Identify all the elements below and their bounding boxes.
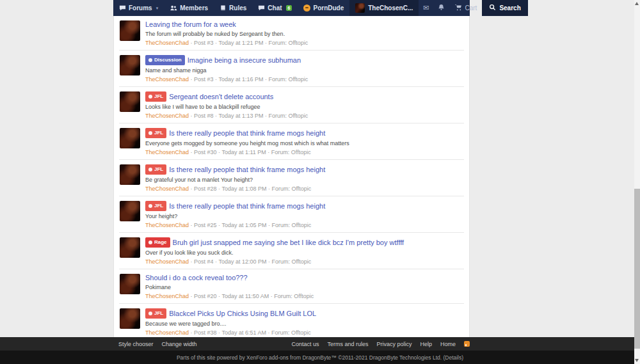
- result-title[interactable]: Imagine being a insecure subhuman: [188, 56, 301, 65]
- nav-item-members[interactable]: Members: [164, 0, 214, 16]
- result-title[interactable]: Is there really people that think frame …: [169, 166, 325, 174]
- result-meta: TheChosenChadPost #4Today at 12:00 PMFor…: [145, 258, 404, 265]
- privacy-link[interactable]: Privacy policy: [376, 341, 412, 347]
- prefix-label: Rage: [154, 238, 167, 246]
- result-title[interactable]: Is there really people that think frame …: [169, 202, 325, 210]
- prefix-label: Discussion: [154, 56, 182, 64]
- help-link[interactable]: Help: [420, 341, 432, 347]
- result-title[interactable]: Should i do a cock reveal too???: [145, 274, 248, 282]
- result-snippet: Over if you look like you suck dick.: [145, 249, 404, 256]
- result-date: Today at 6:51 AM: [217, 329, 266, 336]
- prefix-label: JFL: [154, 165, 163, 173]
- result-author[interactable]: TheChosenChad: [145, 76, 189, 83]
- scrollbar-thumb[interactable]: [634, 189, 640, 349]
- result-author[interactable]: TheChosenChad: [145, 329, 189, 336]
- search-icon: [489, 4, 496, 12]
- result-meta: TheChosenChadPost #38Today at 6:51 AMFor…: [145, 329, 316, 336]
- jfl-icon: [148, 95, 152, 99]
- result-date: Today at 12:00 PM: [214, 258, 267, 265]
- prefix-badge[interactable]: JFL: [145, 164, 166, 175]
- result-post-number: Post #20: [189, 293, 217, 299]
- result-forum: Forum: Offtopic: [263, 40, 308, 46]
- account-menu[interactable]: TheChosenC...: [349, 0, 419, 16]
- result-date: Today at 1:08 PM: [217, 186, 267, 192]
- result-forum: Forum: Offtopic: [266, 222, 311, 228]
- cart-label: Cart: [465, 4, 477, 12]
- result-post-number: Post #25: [189, 222, 217, 228]
- jfl-icon: [148, 204, 152, 208]
- nav-item-porndude[interactable]: PornDude: [298, 0, 349, 16]
- result-title[interactable]: Is there really people that think frame …: [169, 129, 325, 138]
- result-body: JFL Is there really people that think fr…: [145, 128, 349, 155]
- result-body: JFL Sergeant doesn't delete accounts Loo…: [145, 91, 308, 119]
- avatar[interactable]: [120, 128, 140, 148]
- contact-us-link[interactable]: Contact us: [291, 341, 319, 347]
- prefix-badge[interactable]: Discussion: [145, 55, 185, 65]
- cart-button[interactable]: Cart: [449, 0, 482, 16]
- prefix-badge[interactable]: JFL: [145, 201, 166, 211]
- avatar[interactable]: [120, 55, 140, 75]
- nav-item-label: Forums: [129, 4, 152, 12]
- navbar-right: TheChosenC... ✉ Cart Search: [349, 0, 528, 16]
- result-title[interactable]: Blackcel Picks Up Chicks Using BLM Guilt…: [169, 310, 316, 318]
- result-row: JFL Blackcel Picks Up Chicks Using BLM G…: [119, 304, 464, 340]
- cart-icon: [454, 4, 462, 12]
- prefix-label: JFL: [154, 129, 163, 137]
- terms-link[interactable]: Terms and rules: [327, 341, 368, 347]
- rss-icon[interactable]: [464, 341, 470, 347]
- forum-bubble-icon: [119, 4, 126, 12]
- prefix-badge[interactable]: JFL: [145, 91, 166, 102]
- result-snippet: Be grateful your not a manlet Your heigh…: [145, 177, 325, 183]
- prefix-badge[interactable]: Rage: [145, 237, 170, 248]
- result-title[interactable]: Sergeant doesn't delete accounts: [169, 93, 273, 101]
- result-date: Today at 1:05 PM: [217, 222, 267, 228]
- result-snippet: Everyone gets mogged by someone you heig…: [145, 140, 349, 146]
- result-body: Discussion Imagine being a insecure subh…: [145, 55, 308, 83]
- avatar[interactable]: [120, 91, 140, 112]
- result-author[interactable]: TheChosenChad: [145, 186, 189, 192]
- result-post-number: Post #38: [189, 329, 217, 336]
- inbox-button[interactable]: ✉: [419, 0, 433, 16]
- result-title[interactable]: Bruh girl just snapped me saying she bet…: [173, 239, 404, 247]
- result-snippet: Pokimane: [145, 284, 314, 290]
- jfl-icon: [148, 168, 152, 171]
- result-forum: Forum: Offtopic: [266, 186, 311, 192]
- nav-item-label: Members: [180, 4, 208, 12]
- result-author[interactable]: TheChosenChad: [145, 222, 189, 228]
- avatar[interactable]: [120, 20, 140, 41]
- style-chooser-link[interactable]: Style chooser: [118, 341, 154, 347]
- result-forum: Forum: Offtopic: [269, 293, 314, 299]
- nav-item-chat[interactable]: Chat 6: [252, 0, 298, 16]
- result-title-line: JFL Sergeant doesn't delete accounts: [145, 91, 308, 102]
- change-width-link[interactable]: Change width: [162, 341, 197, 347]
- result-title-line: Rage Bruh girl just snapped me saying sh…: [145, 237, 404, 248]
- avatar[interactable]: [120, 308, 140, 329]
- scrollbar-down-arrow[interactable]: [635, 359, 639, 362]
- result-title[interactable]: Leaving the forum for a week: [145, 20, 236, 29]
- scrollbar[interactable]: [634, 0, 640, 364]
- nav-item-forums[interactable]: Forums ▾: [113, 0, 164, 16]
- search-button[interactable]: Search: [482, 0, 527, 16]
- nav-item-rules[interactable]: Rules: [214, 0, 252, 16]
- result-author[interactable]: TheChosenChad: [145, 258, 189, 265]
- rage-icon: [148, 241, 152, 244]
- prefix-badge[interactable]: JFL: [145, 308, 166, 319]
- porndude-icon: [303, 4, 310, 12]
- avatar[interactable]: [120, 201, 140, 221]
- alerts-button[interactable]: [433, 0, 449, 16]
- result-author[interactable]: TheChosenChad: [145, 113, 189, 119]
- result-row: Rage Bruh girl just snapped me saying sh…: [119, 233, 464, 269]
- scrollbar-up-arrow[interactable]: [635, 2, 639, 5]
- avatar[interactable]: [120, 164, 140, 185]
- bell-icon: [438, 4, 445, 12]
- result-meta: TheChosenChadPost #28Today at 1:08 PMFor…: [145, 186, 325, 192]
- prefix-badge[interactable]: JFL: [145, 128, 166, 138]
- copyright-bar: Parts of this site powered by XenForo ad…: [0, 351, 640, 364]
- result-author[interactable]: TheChosenChad: [145, 40, 189, 46]
- avatar[interactable]: [120, 237, 140, 258]
- result-date: Today at 11:50 AM: [217, 293, 269, 299]
- home-link[interactable]: Home: [440, 341, 456, 347]
- result-author[interactable]: TheChosenChad: [145, 149, 189, 155]
- avatar[interactable]: [120, 274, 140, 294]
- result-author[interactable]: TheChosenChad: [145, 293, 189, 299]
